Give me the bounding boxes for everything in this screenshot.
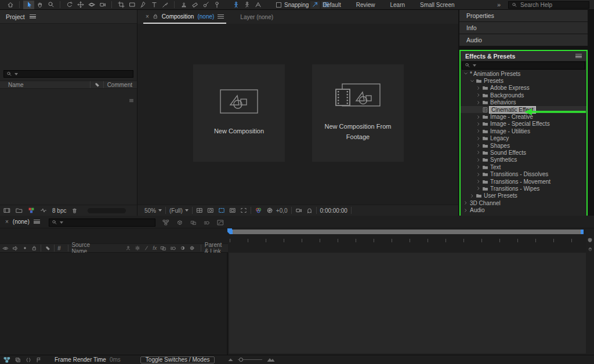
camera-tool-button[interactable] (97, 1, 108, 9)
project-tab[interactable]: Project (6, 13, 25, 20)
tree-item-sound-effects[interactable]: Sound Effects (461, 149, 586, 156)
local-axis-tool-button[interactable] (230, 1, 241, 9)
roto-brush-tool-button[interactable] (200, 1, 211, 9)
grid-options-icon[interactable] (196, 207, 203, 214)
tree-item-presets[interactable]: Presets (461, 77, 586, 84)
composition-tab[interactable]: × Composition (none) (143, 10, 226, 24)
mini-flowchart-icon[interactable] (3, 356, 10, 363)
tree-item-behaviors[interactable]: Behaviors (461, 99, 586, 106)
take-snapshot-icon[interactable] (295, 207, 302, 214)
twirl-closed-icon[interactable] (476, 86, 481, 90)
snapping-checkbox[interactable] (276, 2, 281, 8)
tree-item-animation-presets[interactable]: * Animation Presets (461, 70, 586, 77)
mask-visibility-icon[interactable] (207, 207, 214, 214)
clone-stamp-tool-button[interactable] (178, 1, 189, 9)
panel-tab-info[interactable]: Info (459, 22, 588, 34)
twirl-closed-icon[interactable] (476, 100, 481, 105)
twirl-open-icon[interactable] (463, 71, 469, 76)
new-composition-from-footage-button[interactable]: New Composition From Footage (312, 64, 404, 162)
zoom-slider-knob[interactable] (239, 358, 243, 362)
tree-item-audio[interactable]: Audio (461, 206, 586, 213)
type-tool-button[interactable] (148, 1, 160, 9)
proxy-switch-icon[interactable] (40, 207, 47, 214)
twirl-closed-icon[interactable] (476, 165, 481, 169)
comp-marker-bin-icon[interactable] (587, 237, 593, 243)
footage-flag-icon[interactable] (36, 357, 42, 363)
twirl-closed-icon[interactable] (476, 158, 481, 162)
tree-item-transitions-dissolves[interactable]: Transitions - Dissolves (461, 170, 586, 177)
twirl-closed-icon[interactable] (476, 129, 481, 133)
twirl-closed-icon[interactable] (476, 93, 481, 97)
workspace-overflow-chevron[interactable]: » (497, 1, 500, 8)
twirl-closed-icon[interactable] (476, 122, 481, 126)
tree-item-synthetics[interactable]: Synthetics (461, 156, 586, 163)
twirl-closed-icon[interactable] (476, 136, 481, 141)
show-snapshot-icon[interactable] (306, 208, 313, 214)
motion-blur-icon[interactable] (204, 220, 210, 226)
resolution-select[interactable]: (Full) (169, 208, 183, 214)
workspace-tab-small-screen[interactable]: Small Screen (420, 2, 454, 8)
new-folder-icon[interactable] (16, 207, 23, 214)
twirl-closed-icon[interactable] (476, 172, 481, 177)
column-name[interactable]: Name (8, 82, 24, 88)
tree-item-transitions-wipes[interactable]: Transitions - Wipes (461, 185, 586, 192)
timeline-zoom-slider[interactable] (238, 359, 262, 360)
effects-switch-icon[interactable]: fx (153, 245, 157, 251)
zoom-in-icon[interactable] (267, 356, 275, 362)
composition-panel-menu-icon[interactable] (218, 14, 224, 19)
twirl-closed-icon[interactable] (463, 201, 469, 205)
snap-diagonal-button[interactable] (310, 1, 320, 9)
tree-item-backgrounds[interactable]: Backgrounds (461, 92, 586, 99)
guides-options-icon[interactable] (240, 207, 247, 214)
time-ruler[interactable] (230, 235, 584, 242)
timeline-tab[interactable]: (none) (13, 219, 30, 225)
bit-depth-label[interactable]: 8 bpc (52, 208, 66, 214)
twirl-closed-icon[interactable] (476, 150, 481, 155)
label-tag-icon[interactable] (45, 245, 50, 251)
timeline-search-input[interactable] (49, 219, 155, 227)
trash-icon[interactable] (71, 208, 78, 214)
tree-item-legacy[interactable]: Legacy (461, 135, 586, 142)
tree-item-3d-channel[interactable]: 3D Channel (461, 199, 586, 206)
workspace-tab-review[interactable]: Review (356, 2, 375, 8)
project-horizontal-scrollbar[interactable] (88, 208, 126, 213)
panel-tab-properties[interactable]: Properties (459, 10, 588, 21)
lock-icon[interactable] (153, 13, 158, 19)
project-search-input[interactable] (3, 70, 133, 78)
work-area-bar[interactable] (230, 230, 584, 234)
world-axis-tool-button[interactable] (241, 1, 252, 9)
twirl-closed-icon[interactable] (476, 143, 481, 148)
hand-tool-button[interactable] (34, 1, 45, 9)
tree-item-adobe-express[interactable]: Adobe Express (461, 85, 586, 92)
brush-tool-button[interactable] (160, 1, 171, 9)
collapse-transformations-icon[interactable] (135, 245, 140, 251)
frame-blending-icon[interactable] (190, 220, 197, 226)
show-channel-icon[interactable] (255, 207, 262, 214)
tree-item-shapes[interactable]: Shapes (461, 142, 586, 149)
home-tool-button[interactable] (5, 1, 16, 9)
quality-switch-icon[interactable] (144, 245, 149, 251)
transparency-grid-icon[interactable] (229, 207, 236, 214)
column-number[interactable]: # (57, 245, 61, 252)
pen-tool-button[interactable] (137, 1, 148, 9)
zoom-out-icon[interactable] (228, 357, 233, 362)
pan-hand-icon[interactable] (588, 246, 593, 252)
puppet-pin-tool-button[interactable] (211, 1, 222, 9)
shy-switch-icon[interactable] (125, 245, 131, 251)
orbit-tool-button[interactable] (86, 1, 97, 9)
motion-blur-switch-icon[interactable] (170, 245, 176, 252)
tree-item-image-utilities[interactable]: Image - Utilities (461, 128, 586, 134)
tree-item-image-special-effects[interactable]: Image - Special Effects (461, 121, 586, 128)
audio-icon[interactable] (12, 245, 19, 252)
tree-item-user-presets[interactable]: User Presets (461, 192, 586, 199)
toggle-switches-modes-button[interactable]: Toggle Switches / Modes (140, 356, 215, 363)
expressions-icon[interactable] (26, 357, 31, 363)
timecode-display[interactable]: 0:00:00:00 (320, 208, 347, 214)
adjustment-layer-icon[interactable] (180, 245, 186, 251)
lock-icon[interactable] (31, 245, 37, 251)
composition-mini-flowchart-icon[interactable] (162, 219, 169, 226)
project-settings-icon[interactable] (28, 207, 35, 214)
workspace-tab-learn[interactable]: Learn (390, 2, 405, 8)
frame-blend-switch-icon[interactable] (160, 245, 166, 252)
effects-presets-menu-icon[interactable] (575, 54, 582, 58)
